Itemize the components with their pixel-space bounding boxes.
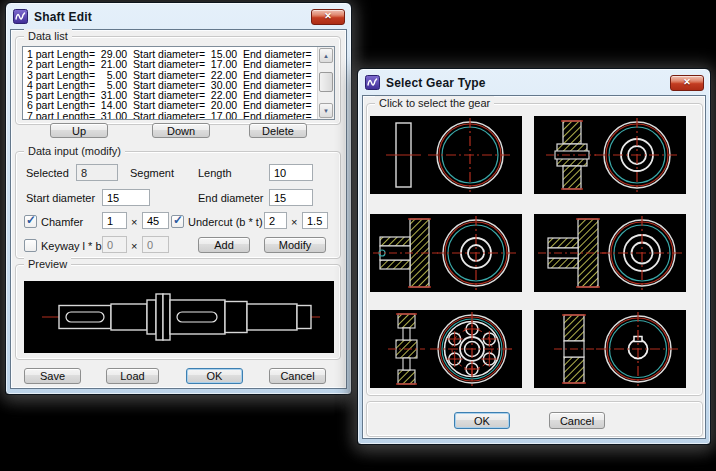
listbox-scrollbar[interactable] [317,47,334,119]
length-label: Length [198,167,232,179]
data-list-group: Data list 1 part Length= 29.00 Start dia… [15,36,341,125]
data-input-group-label: Data input (modify) [24,144,125,158]
keyway-multiply-sign: × [131,240,137,252]
undercut-t-field[interactable]: 1.5 [302,212,328,229]
add-button[interactable]: Add [198,237,250,253]
scrollbar-thumb[interactable] [319,72,333,92]
shaft-segment-listbox[interactable]: 1 part Length= 29.00 Start diameter= 15.… [22,46,335,120]
gear-select-group: Click to select the gear [366,103,703,396]
load-button[interactable]: Load [106,368,159,384]
undercut-label: Undercut (b * t) [188,216,263,228]
start-diameter-label: Start diameter [26,192,95,204]
undercut-multiply-sign: × [291,216,297,228]
preview-group: Preview [15,264,341,360]
keyway-l-field: 0 [102,236,127,253]
cancel-button[interactable]: Cancel [269,368,326,384]
chamfer-size-field[interactable]: 1 [102,212,127,229]
chamfer-checkbox[interactable] [24,215,37,228]
shaft-edit-titlebar[interactable]: Shaft Edit [10,7,347,29]
keyway-b-field: 0 [142,236,169,253]
close-icon [683,78,691,87]
gear-select-group-label: Click to select the gear [375,96,494,110]
shaft-preview-canvas [24,281,334,353]
end-diameter-field[interactable]: 15 [269,189,313,206]
gear-option-plain[interactable] [370,116,522,194]
data-list-group-label: Data list [24,29,72,43]
app-icon [13,9,28,24]
shaft-edit-window: Shaft Edit Data list 1 part Length= 29.0… [5,2,352,395]
shaft-segment-rows: 1 part Length= 29.00 Start diameter= 15.… [23,48,317,119]
segment-label: Segment [130,167,174,179]
scrollbar-down-icon[interactable] [319,103,333,118]
delete-button[interactable]: Delete [249,123,307,138]
undercut-checkbox[interactable] [171,215,184,228]
ok-button[interactable]: OK [186,368,243,384]
selected-field: 8 [76,164,118,181]
app-icon [365,75,380,90]
undercut-b-field[interactable]: 2 [264,212,287,229]
down-button[interactable]: Down [152,123,210,138]
select-gear-window: Select Gear Type Click to select the gea… [357,68,711,445]
preview-group-label: Preview [24,257,71,271]
list-item[interactable]: 7 part Length= 31.00 Start diameter= 17.… [27,111,317,120]
cancel-button[interactable]: Cancel [549,412,605,429]
length-field[interactable]: 10 [269,164,313,181]
chamfer-angle-field[interactable]: 45 [142,212,169,229]
save-button[interactable]: Save [24,368,81,384]
window-title: Select Gear Type [386,76,486,90]
keyway-checkbox[interactable] [24,239,37,252]
gear-option-short-hub[interactable] [534,214,686,292]
gear-option-bolt-holes[interactable] [370,310,522,388]
close-button[interactable] [311,9,345,25]
scrollbar-up-icon[interactable] [319,48,333,63]
gear-option-double-hub[interactable] [534,116,686,194]
gear-option-keyed-bore[interactable] [534,310,686,388]
gear-footer-group: OK Cancel [366,401,703,437]
select-gear-titlebar[interactable]: Select Gear Type [362,73,706,95]
start-diameter-field[interactable]: 15 [102,189,150,206]
chamfer-label: Chamfer [41,216,83,228]
desktop: Shaft Edit Data list 1 part Length= 29.0… [0,0,716,471]
up-button[interactable]: Up [50,123,108,138]
selected-label: Selected [26,167,69,179]
ok-button[interactable]: OK [454,412,510,429]
close-button[interactable] [670,75,704,91]
data-input-group: Data input (modify) Selected 8 Segment L… [15,151,341,259]
close-icon [324,12,332,21]
modify-button[interactable]: Modify [264,237,326,253]
gear-option-long-hub[interactable] [370,214,522,292]
keyway-label: Keyway l * b [41,240,102,252]
chamfer-multiply-sign: × [131,216,137,228]
end-diameter-label: End diameter [198,192,263,204]
window-title: Shaft Edit [34,10,92,24]
